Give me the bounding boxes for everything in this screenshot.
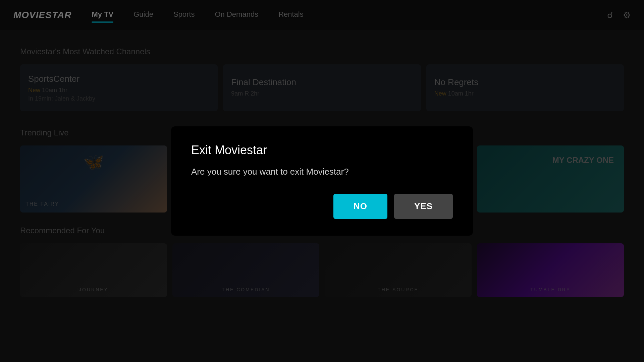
no-button[interactable]: NO: [333, 194, 387, 219]
dialog-buttons: NO YES: [191, 194, 453, 219]
exit-dialog: Exit Moviestar Are you sure you want to …: [171, 126, 473, 236]
dialog-message: Are you sure you want to exit Moviestar?: [191, 167, 453, 177]
dialog-title: Exit Moviestar: [191, 143, 453, 157]
dialog-overlay: Exit Moviestar Are you sure you want to …: [0, 0, 644, 362]
yes-button[interactable]: YES: [394, 194, 453, 219]
